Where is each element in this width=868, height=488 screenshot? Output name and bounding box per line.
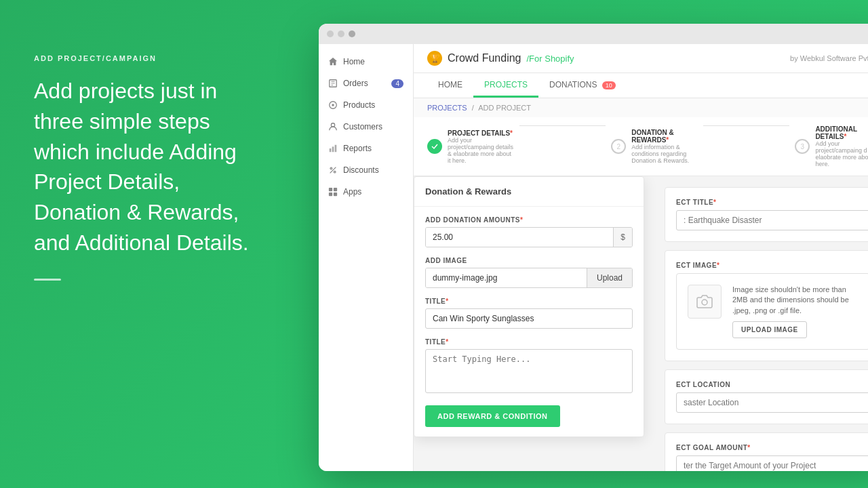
tab-home-label: HOME bbox=[438, 80, 462, 89]
left-subtitle: ADD PROJECT/CAMPAIGN bbox=[34, 54, 258, 62]
step-1-circle bbox=[427, 139, 442, 154]
sidebar-item-home[interactable]: Home bbox=[319, 51, 413, 73]
overlay-panel: Donation & Rewards ADD DONATION AMOUNTS*… bbox=[414, 176, 644, 437]
step-1-text: PROJECT DETAILS* Add your project/campai… bbox=[448, 129, 514, 164]
brand-name: Crowd Funding bbox=[448, 52, 521, 64]
reports-icon bbox=[328, 144, 338, 153]
donation-amount-input-row: $ bbox=[425, 227, 633, 247]
title1-input[interactable] bbox=[425, 308, 633, 329]
tab-donations[interactable]: DONATIONS 10 bbox=[538, 73, 627, 98]
image-preview bbox=[688, 285, 722, 319]
project-title-label: ECT TITLE* bbox=[676, 199, 868, 206]
image-hint: Image size shouldn't be more than 2MB an… bbox=[732, 285, 859, 316]
svg-point-10 bbox=[330, 167, 332, 169]
overlay-body: ADD DONATION AMOUNTS* $ ADD IMAGE dummy-… bbox=[414, 207, 644, 436]
title1-group: TITLE* bbox=[425, 298, 633, 329]
app-window: Home Orders 4 Products Customers Reports bbox=[319, 24, 868, 471]
tab-projects[interactable]: PROJECTS bbox=[473, 73, 538, 98]
step-1-title: PROJECT DETAILS* bbox=[448, 129, 514, 137]
window-topbar bbox=[319, 24, 868, 44]
svg-rect-9 bbox=[335, 145, 337, 152]
image-upload-area: Image size shouldn't be more than 2MB an… bbox=[676, 273, 868, 350]
project-title-section: ECT TITLE* bbox=[665, 187, 868, 242]
step-2-circle: 2 bbox=[611, 139, 626, 154]
svg-point-17 bbox=[702, 300, 707, 305]
step-1: PROJECT DETAILS* Add your project/campai… bbox=[427, 125, 514, 167]
svg-point-5 bbox=[332, 104, 334, 106]
sidebar-label-reports: Reports bbox=[343, 144, 372, 153]
svg-rect-15 bbox=[329, 192, 332, 196]
breadcrumb-prefix[interactable]: PROJECTS bbox=[427, 104, 467, 112]
brand-icon: 🏆 bbox=[427, 51, 442, 66]
upload-button[interactable]: Upload bbox=[587, 268, 632, 287]
donation-amount-input[interactable] bbox=[426, 228, 613, 247]
sidebar-item-apps[interactable]: Apps bbox=[319, 181, 413, 203]
camera-icon bbox=[696, 293, 713, 310]
tab-donations-label: DONATIONS bbox=[549, 80, 597, 89]
tab-projects-label: PROJECTS bbox=[484, 80, 528, 89]
step-3-text: ADDITIONAL DETAILS* Add your project/cam… bbox=[815, 125, 868, 167]
image-label: ADD IMAGE bbox=[425, 257, 633, 264]
sidebar-item-reports[interactable]: Reports bbox=[319, 138, 413, 159]
project-location-input[interactable] bbox=[676, 392, 868, 413]
active-tab-line bbox=[473, 96, 538, 97]
title2-textarea[interactable] bbox=[425, 349, 633, 393]
step-1-desc: Add your project/campaing details & elao… bbox=[448, 137, 514, 164]
right-form: ECT TITLE* ECT IMAGE* bbox=[651, 176, 868, 471]
overlay-title: Donation & Rewards bbox=[414, 177, 644, 207]
project-location-section: ECT LOCATION bbox=[665, 369, 868, 424]
sidebar-label-orders: Orders bbox=[343, 79, 368, 88]
discounts-icon bbox=[328, 165, 338, 175]
sidebar-item-orders[interactable]: Orders 4 bbox=[319, 73, 413, 94]
title2-group: TITLE* bbox=[425, 338, 633, 396]
apps-icon bbox=[328, 187, 338, 197]
step-3-desc: Add your project/campaing d elaobrate mo… bbox=[815, 140, 868, 167]
sidebar-label-apps: Apps bbox=[343, 187, 361, 197]
svg-rect-7 bbox=[330, 148, 332, 152]
left-main-text: Add projects just in three simple steps … bbox=[34, 76, 258, 258]
products-icon bbox=[328, 100, 338, 110]
sidebar-item-products[interactable]: Products bbox=[319, 94, 413, 116]
left-divider bbox=[34, 279, 61, 281]
step-line-2 bbox=[703, 125, 790, 126]
step-2-text: DONATION & REWARDS* Add information & co… bbox=[631, 129, 698, 164]
left-panel: ADD PROJECT/CAMPAIGN Add projects just i… bbox=[0, 0, 292, 488]
orders-icon bbox=[328, 79, 338, 88]
project-title-input[interactable] bbox=[676, 210, 868, 230]
step-2: 2 DONATION & REWARDS* Add information & … bbox=[611, 125, 698, 167]
add-reward-button[interactable]: ADD REWARD & CONDITION bbox=[425, 405, 560, 427]
sidebar: Home Orders 4 Products Customers Reports bbox=[319, 44, 414, 471]
svg-rect-14 bbox=[334, 188, 337, 191]
breadcrumb-sep: / bbox=[472, 104, 474, 112]
donation-amount-group: ADD DONATION AMOUNTS* $ bbox=[425, 216, 633, 247]
breadcrumb: PROJECTS / ADD PROJECT bbox=[414, 98, 868, 117]
step-3-title: ADDITIONAL DETAILS* bbox=[815, 125, 868, 140]
customers-icon bbox=[328, 122, 338, 131]
stepper: PROJECT DETAILS* Add your project/campai… bbox=[414, 117, 868, 176]
svg-rect-8 bbox=[332, 146, 334, 152]
orders-badge: 4 bbox=[391, 79, 403, 88]
sidebar-item-discounts[interactable]: Discounts bbox=[319, 159, 413, 181]
svg-point-6 bbox=[331, 123, 334, 127]
window-dot-2 bbox=[338, 30, 344, 37]
tab-home[interactable]: HOME bbox=[427, 73, 473, 98]
by-webkul: by Webkul Software Pvt Ltd bbox=[790, 54, 868, 62]
home-icon bbox=[328, 57, 338, 66]
project-image-label: ECT IMAGE* bbox=[676, 262, 868, 269]
step-3: 3 ADDITIONAL DETAILS* Add your project/c… bbox=[795, 125, 868, 167]
form-area: Donation & Rewards ADD DONATION AMOUNTS*… bbox=[414, 176, 868, 471]
image-info: Image size shouldn't be more than 2MB an… bbox=[732, 285, 859, 338]
sidebar-label-home: Home bbox=[343, 57, 365, 66]
nav-tabs: HOME PROJECTS DONATIONS 10 bbox=[414, 73, 868, 98]
project-goal-section: ECT GOAL AMOUNT* bbox=[665, 432, 868, 471]
brand-suffix: /For Shopify bbox=[527, 54, 574, 64]
window-dot-3 bbox=[349, 30, 355, 37]
project-goal-input[interactable] bbox=[676, 455, 868, 471]
upload-image-button[interactable]: UPLOAD IMAGE bbox=[732, 321, 807, 338]
title2-label: TITLE* bbox=[425, 338, 633, 346]
app-header: 🏆 Crowd Funding /For Shopify by Webkul S… bbox=[414, 44, 868, 73]
svg-line-12 bbox=[330, 167, 336, 174]
sidebar-item-customers[interactable]: Customers bbox=[319, 116, 413, 138]
window-dot-1 bbox=[327, 30, 334, 37]
svg-rect-16 bbox=[334, 192, 337, 196]
